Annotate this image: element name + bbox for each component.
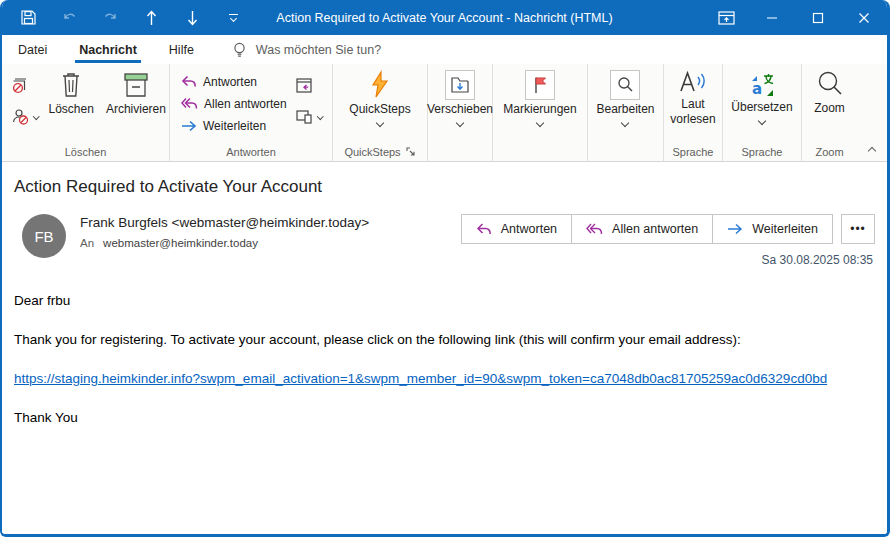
group-label-sprache-2: Sprache [723,142,801,161]
zoom-label: Zoom [814,101,845,115]
reply-button[interactable]: Antworten [181,75,287,89]
translate-button[interactable]: a Übersetzen [725,64,798,124]
quicksteps-label: QuickSteps [349,102,410,116]
group-verschieben: Verschieben [428,64,493,161]
group-zoom: Zoom Zoom [802,64,857,161]
body-closing: Thank You [14,410,875,425]
forward-action-label: Weiterleiten [752,222,818,236]
ignore-icon[interactable] [11,76,39,95]
tell-me-search[interactable]: Was möchten Sie tun? [232,35,381,64]
customize-quick-access-icon[interactable] [223,8,243,28]
translate-label: Übersetzen [731,100,792,114]
reply-all-button[interactable]: Allen antworten [181,97,287,111]
read-aloud-label: Laut vorlesen [669,97,717,127]
dialog-launcher-icon[interactable] [406,147,416,157]
more-respond-actions-icon[interactable] [295,107,323,126]
group-sprache-1: Laut vorlesen Sprache [664,64,723,161]
reply-all-icon [586,223,603,236]
delete-label: Löschen [49,102,94,116]
reply-icon [181,75,197,89]
avatar[interactable]: FB [22,214,66,258]
reply-all-label: Allen antworten [204,97,287,111]
minimize-button[interactable] [749,0,795,35]
tags-button[interactable]: Markierungen [497,64,582,126]
group-bearbeiten: Bearbeiten [588,64,664,161]
message-date: Sa 30.08.2025 08:35 [461,253,875,267]
next-item-icon[interactable] [182,8,202,28]
svg-text:a: a [752,80,762,98]
chevron-down-icon [621,119,629,127]
group-label-antworten: Antworten [170,142,332,161]
meeting-icon[interactable] [295,76,323,95]
redo-icon[interactable] [100,8,120,28]
find-icon [610,70,640,100]
lightning-icon [368,70,392,100]
lightbulb-icon [232,41,247,59]
move-icon [445,70,475,100]
close-button[interactable] [841,0,887,35]
message-subject: Action Required to Activate Your Account [14,177,875,197]
group-label-loeschen: Löschen [2,142,169,161]
group-label-quicksteps: QuickSteps [344,146,400,158]
read-aloud-icon [678,69,708,95]
chevron-down-icon [376,119,384,127]
group-antworten: Antworten Allen antworten Weiterleiten [170,64,333,161]
reply-icon [476,223,492,236]
group-label-zoom: Zoom [802,142,857,161]
group-label-sprache-1: Sprache [664,142,722,161]
translate-icon: a [748,70,776,98]
reply-all-action-button[interactable]: Allen antworten [572,214,713,244]
activation-link[interactable]: https://staging.heimkinder.info?swpm_ema… [14,371,827,386]
tab-datei[interactable]: Datei [2,35,63,64]
chevron-down-icon [758,117,766,125]
title-bar: Action Required to Activate Your Account… [2,0,887,35]
group-quicksteps: QuickSteps QuickSteps [333,64,428,161]
quicksteps-button[interactable]: QuickSteps [343,64,416,126]
quick-access-toolbar [2,8,243,28]
message-body: Dear frbu Thank you for registering. To … [2,267,887,534]
group-loeschen: Löschen Archivieren Löschen [2,64,170,161]
undo-icon[interactable] [59,8,79,28]
flag-icon [525,70,555,100]
tab-hilfe[interactable]: Hilfe [153,35,210,64]
junk-icon[interactable] [11,107,39,126]
move-button[interactable]: Verschieben [421,64,499,126]
ribbon-tabs: Datei Nachricht Hilfe Was möchten Sie tu… [2,35,887,64]
reply-all-action-label: Allen antworten [612,222,698,236]
forward-action-button[interactable]: Weiterleiten [713,214,833,244]
read-aloud-button[interactable]: Laut vorlesen [663,64,723,127]
delete-button[interactable]: Löschen [43,64,100,116]
reply-action-button[interactable]: Antworten [461,214,572,244]
ribbon-display-options-icon[interactable] [703,0,749,35]
outlook-message-window: Action Required to Activate Your Account… [0,0,890,537]
collapse-ribbon-button[interactable] [857,64,887,161]
zoom-button[interactable]: Zoom [808,64,851,115]
message-header: Action Required to Activate Your Account… [2,162,887,267]
archive-icon [121,70,151,100]
caption-buttons [703,0,887,35]
trash-icon [57,70,85,100]
chevron-down-icon [536,119,544,127]
group-sprache-2: a Übersetzen Sprache [723,64,802,161]
forward-button[interactable]: Weiterleiten [181,119,287,133]
more-actions-button[interactable]: ••• [841,214,875,244]
reply-label: Antworten [203,75,257,89]
forward-icon [727,223,743,235]
to-label: An [80,237,94,249]
tell-me-label: Was möchten Sie tun? [256,43,381,57]
archive-button[interactable]: Archivieren [100,64,172,116]
maximize-button[interactable] [795,0,841,35]
tab-nachricht[interactable]: Nachricht [63,35,153,64]
collapse-ribbon-icon [868,147,876,155]
move-label: Verschieben [427,102,493,116]
forward-label: Weiterleiten [203,119,266,133]
zoom-icon [815,69,845,99]
editing-button[interactable]: Bearbeiten [590,64,660,126]
message-actions: Antworten Allen antworten Weiterleiten [461,214,875,244]
save-icon[interactable] [18,8,38,28]
sender-name: Frank Burgfels <webmaster@heimkinder.tod… [80,215,369,230]
previous-item-icon[interactable] [141,8,161,28]
body-paragraph: Thank you for registering. To activate y… [14,332,875,347]
to-address[interactable]: webmaster@heimkinder.today [103,237,258,249]
forward-icon [181,120,197,132]
